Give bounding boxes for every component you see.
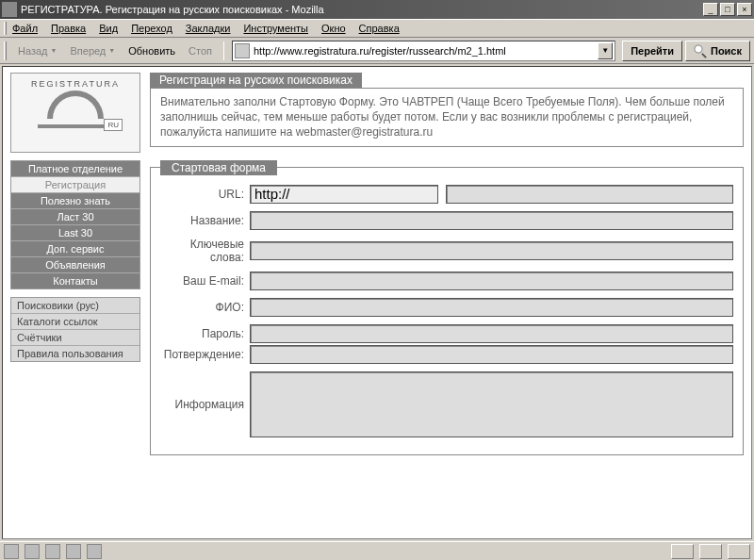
row-url: URL: (160, 185, 733, 204)
status-icon[interactable] (66, 544, 81, 559)
close-button[interactable]: × (737, 3, 752, 16)
back-button[interactable]: Назад▼ (12, 43, 62, 58)
nav-counters[interactable]: Счётчики (11, 330, 139, 346)
input-keywords[interactable] (250, 241, 733, 260)
label-keywords: Ключевые слова: (160, 238, 250, 264)
menu-go[interactable]: Переход (131, 23, 172, 34)
input-email[interactable] (250, 272, 733, 290)
row-keywords: Ключевые слова: (160, 238, 733, 264)
page-icon (235, 43, 250, 58)
logo-badge: RU (104, 119, 123, 131)
status-icon[interactable] (45, 544, 60, 559)
row-fio: ФИО: (160, 298, 733, 317)
input-password[interactable] (250, 324, 733, 343)
menu-window[interactable]: Окно (321, 23, 346, 34)
row-password: Пароль: (160, 324, 733, 343)
window-titlebar: РЕГИСТРАТУРА. Регистрация на русских пои… (0, 0, 754, 19)
menu-help[interactable]: Справка (359, 23, 400, 34)
statusbar (0, 541, 754, 560)
toolbar-handle[interactable] (4, 41, 7, 60)
separator (223, 41, 224, 60)
label-password: Пароль: (160, 327, 250, 340)
input-url[interactable] (446, 185, 733, 204)
nav-useful[interactable]: Полезно знать (11, 193, 139, 209)
right-column: Регистрация на русских поисковиках Внима… (150, 73, 744, 533)
nav-paid[interactable]: Платное отделение (11, 161, 139, 177)
toolbar-handle[interactable] (4, 22, 7, 35)
menu-view[interactable]: Вид (99, 23, 118, 34)
status-pane (728, 544, 750, 559)
menu-bookmarks[interactable]: Закладки (186, 23, 231, 34)
nav-extra[interactable]: Доп. сервис (11, 241, 139, 257)
form-legend: Стартовая форма (160, 160, 277, 175)
nav-contacts[interactable]: Контакты (11, 273, 139, 288)
status-icon[interactable] (87, 544, 102, 559)
intro-text: Внимательно заполни Стартовую Форму. Это… (150, 88, 744, 147)
go-button[interactable]: Перейти (622, 41, 682, 61)
label-email: Ваш E-mail: (160, 274, 250, 288)
stop-button[interactable]: Стоп (183, 43, 218, 58)
input-confirm[interactable] (250, 345, 733, 364)
minimize-button[interactable]: _ (703, 3, 718, 16)
nav-rules[interactable]: Правила пользования (11, 346, 139, 361)
input-info[interactable] (250, 371, 733, 437)
row-confirm: Потверждение: (160, 345, 733, 364)
section-header: Регистрация на русских поисковиках (150, 73, 362, 88)
status-pane (671, 544, 694, 559)
menu-edit[interactable]: Правка (51, 23, 86, 34)
search-icon (694, 44, 707, 58)
nav-ads[interactable]: Объявления (11, 257, 139, 273)
status-icon[interactable] (4, 544, 19, 559)
nav-searchengines[interactable]: Поисковики (рус) (11, 298, 139, 314)
status-icon[interactable] (25, 544, 40, 559)
left-column: REGISTRATURA RU Платное отделение Регист… (10, 73, 140, 533)
start-form: Стартовая форма URL: Название: Ключевые … (150, 160, 744, 455)
logo-text: REGISTRATURA (31, 79, 120, 89)
row-name: Название: (160, 211, 733, 230)
forward-button[interactable]: Вперед▼ (64, 43, 121, 58)
nav-registration[interactable]: Регистрация (11, 177, 139, 193)
menu-file[interactable]: Файл (12, 23, 38, 34)
page-content: REGISTRATURA RU Платное отделение Регист… (2, 66, 752, 539)
url-input[interactable] (254, 45, 598, 57)
label-info: Информация (160, 398, 250, 411)
logo-base (38, 124, 113, 128)
site-logo[interactable]: REGISTRATURA RU (10, 73, 140, 153)
url-bar[interactable]: ▼ (232, 41, 615, 61)
row-info: Информация (160, 371, 733, 437)
window-title: РЕГИСТРАТУРА. Регистрация на русских пои… (21, 4, 324, 15)
logo-arch (47, 91, 104, 119)
nav-last30-ru[interactable]: Ласт 30 (11, 209, 139, 225)
reload-button[interactable]: Обновить (123, 43, 181, 58)
input-fio[interactable] (250, 298, 733, 317)
menu-tools[interactable]: Инструменты (243, 23, 308, 34)
label-name: Название: (160, 214, 250, 227)
label-confirm: Потверждение: (160, 348, 250, 361)
input-name[interactable] (250, 211, 733, 230)
status-pane (699, 544, 722, 559)
label-fio: ФИО: (160, 301, 250, 314)
nav-last30-en[interactable]: Last 30 (11, 225, 139, 241)
app-icon (2, 2, 17, 17)
primary-nav: Платное отделение Регистрация Полезно зн… (10, 160, 140, 289)
secondary-nav: Поисковики (рус) Каталоги ссылок Счётчик… (10, 297, 140, 362)
row-email: Ваш E-mail: (160, 272, 733, 290)
input-url-prefix[interactable] (250, 185, 438, 204)
menubar: Файл Правка Вид Переход Закладки Инструм… (0, 19, 754, 38)
search-button[interactable]: Поиск (685, 41, 750, 61)
nav-toolbar: Назад▼ Вперед▼ Обновить Стоп ▼ Перейти П… (0, 38, 754, 64)
label-url: URL: (160, 188, 250, 201)
nav-catalogs[interactable]: Каталоги ссылок (11, 314, 139, 330)
maximize-button[interactable]: □ (720, 3, 735, 16)
url-dropdown[interactable]: ▼ (598, 42, 613, 59)
